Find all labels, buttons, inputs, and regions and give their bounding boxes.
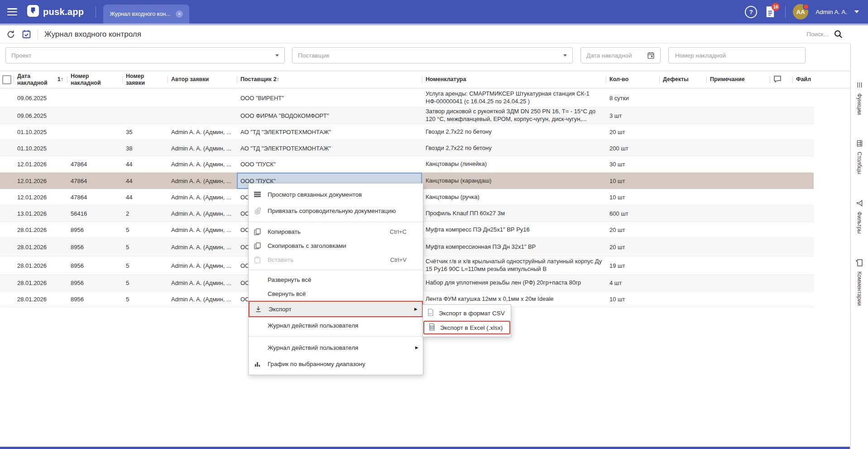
file-cell[interactable]	[792, 124, 814, 140]
comment-cell[interactable]	[770, 140, 792, 156]
note-cell[interactable]	[706, 206, 770, 222]
defects-cell[interactable]	[659, 238, 706, 256]
column-header-11[interactable]: Файл	[792, 71, 814, 88]
row-checkbox-cell[interactable]	[0, 238, 14, 256]
invoice-date-cell[interactable]: 28.01.2026	[14, 291, 67, 307]
quantity-cell[interactable]: 20 шт	[606, 124, 659, 140]
comment-cell[interactable]	[770, 173, 792, 189]
invoice-number-cell[interactable]: 47864	[67, 173, 122, 189]
supplier-cell[interactable]: ООО "ПУСК"	[237, 156, 422, 172]
row-checkbox-cell[interactable]	[0, 107, 14, 124]
invoice-number-cell[interactable]: 8956	[67, 222, 122, 238]
side-rail-item-functions[interactable]: Функции	[856, 82, 863, 115]
quantity-cell[interactable]: 3 шт	[606, 107, 659, 124]
table-row[interactable]: 01.10.202535Admin A. A. (Админ, ...АО "Т…	[0, 124, 814, 140]
file-cell[interactable]	[792, 173, 814, 189]
request-number-cell[interactable]: 35	[122, 124, 168, 140]
comment-cell[interactable]	[770, 291, 792, 307]
request-number-cell[interactable]: 5	[122, 222, 168, 238]
note-cell[interactable]	[706, 189, 770, 205]
column-header-checkbox[interactable]	[0, 71, 14, 88]
defects-cell[interactable]	[659, 156, 706, 172]
request-author-cell[interactable]	[168, 89, 237, 107]
context-menu-item-view-related-documents[interactable]: Просмотр связанных документов	[249, 186, 423, 203]
invoice-number-cell[interactable]: 8956	[67, 291, 122, 307]
nomenclature-cell[interactable]: Гвозди 2,7х22 по бетону	[422, 124, 606, 140]
row-checkbox-cell[interactable]	[0, 156, 14, 172]
refresh-icon[interactable]	[6, 30, 15, 39]
invoice-date-cell[interactable]: 28.01.2026	[14, 238, 67, 256]
invoice-number-cell[interactable]: 47864	[67, 189, 122, 205]
row-checkbox-cell[interactable]	[0, 222, 14, 238]
app-logo[interactable]: pusk.app	[27, 5, 84, 19]
request-author-cell[interactable]: Admin A. A. (Админ, ...	[168, 291, 237, 307]
side-rail-item-comments[interactable]: Комментарии	[855, 259, 863, 306]
quantity-cell[interactable]: 600 шт	[606, 206, 659, 222]
invoice-date-cell[interactable]: 28.01.2026	[14, 256, 67, 275]
calendar-check-icon[interactable]	[22, 29, 31, 39]
invoice-date-cell[interactable]: 13.01.2026	[14, 206, 67, 222]
invoice-number-cell[interactable]: 56416	[67, 206, 122, 222]
context-menu-item-user-actions-log[interactable]: Журнал действий пользователя	[249, 317, 423, 333]
invoice-number-cell[interactable]: 47864	[67, 156, 122, 172]
quantity-cell[interactable]: 10 шт	[606, 189, 659, 205]
submenu-item-export-xlsx[interactable]: Экспорт в Excel (.xlsx)	[423, 321, 510, 334]
request-author-cell[interactable]: Admin A. A. (Админ, ...	[168, 238, 237, 256]
defects-cell[interactable]	[659, 189, 706, 205]
invoice-number-cell[interactable]	[67, 140, 122, 156]
request-number-cell[interactable]: 5	[122, 256, 168, 275]
defects-cell[interactable]	[659, 275, 706, 291]
search-label[interactable]: Поиск...	[806, 31, 829, 38]
defects-cell[interactable]	[659, 291, 706, 307]
invoice-number-cell[interactable]	[67, 89, 122, 107]
comment-cell[interactable]	[770, 222, 792, 238]
context-menu-item-paste[interactable]: ВставитьCtrl+V	[249, 253, 423, 267]
note-cell[interactable]	[706, 89, 770, 107]
invoice-number-cell[interactable]	[67, 107, 122, 124]
file-cell[interactable]	[792, 206, 814, 222]
note-cell[interactable]	[706, 173, 770, 189]
request-number-cell[interactable]: 5	[122, 238, 168, 256]
nomenclature-cell[interactable]: Канцтовары (карандаш)	[422, 173, 606, 189]
file-cell[interactable]	[792, 222, 814, 238]
defects-cell[interactable]	[659, 222, 706, 238]
nomenclature-cell[interactable]: Канцтовары (линейка)	[422, 156, 606, 172]
invoice-number-cell[interactable]: 8956	[67, 275, 122, 291]
supplier-cell[interactable]: АО "ТД "ЭЛЕКТРОТЕХМОНТАЖ"	[237, 140, 422, 156]
row-checkbox-cell[interactable]	[0, 189, 14, 205]
comment-cell[interactable]	[770, 256, 792, 275]
note-cell[interactable]	[706, 256, 770, 275]
column-header-1[interactable]: Дата накладной1↑	[14, 71, 67, 88]
comment-cell[interactable]	[770, 156, 792, 172]
quantity-cell[interactable]: 19 шт	[606, 256, 659, 275]
defects-cell[interactable]	[659, 124, 706, 140]
quantity-cell[interactable]: 10 шт	[606, 291, 659, 307]
request-number-cell[interactable]: 44	[122, 189, 168, 205]
request-number-cell[interactable]	[122, 89, 168, 107]
column-header-8[interactable]: Дефекты	[659, 71, 706, 88]
nomenclature-cell[interactable]: Счётчик г/в и х/в крыльчатый одноструйны…	[422, 256, 606, 275]
comment-cell[interactable]	[770, 206, 792, 222]
invoice-date-cell[interactable]: 01.10.2025	[14, 140, 67, 156]
nomenclature-cell[interactable]: Услуга аренды: СМАРТМИКСЕР Штукатурная с…	[422, 89, 606, 107]
invoice-number-cell[interactable]: 8956	[67, 238, 122, 256]
note-cell[interactable]	[706, 238, 770, 256]
context-menu-item-copy[interactable]: КопироватьCtrl+C	[249, 225, 423, 239]
row-checkbox-cell[interactable]	[0, 124, 14, 140]
request-number-cell[interactable]: 44	[122, 173, 168, 189]
note-cell[interactable]	[706, 291, 770, 307]
invoice-date-filter[interactable]: Дата накладной	[580, 47, 661, 63]
note-cell[interactable]	[706, 156, 770, 172]
invoice-date-cell[interactable]: 01.10.2025	[14, 124, 67, 140]
note-cell[interactable]	[706, 124, 770, 140]
user-menu-caret-icon[interactable]	[854, 10, 859, 13]
column-header-9[interactable]: Примечание	[706, 71, 770, 88]
comment-cell[interactable]	[770, 238, 792, 256]
file-cell[interactable]	[792, 291, 814, 307]
column-header-3[interactable]: Номер заявки	[122, 71, 168, 88]
quantity-cell[interactable]: 8 сутки	[606, 89, 659, 107]
supplier-cell[interactable]: ООО "ВИРЕНТ"	[237, 89, 422, 107]
quantity-cell[interactable]: 4 шт	[606, 275, 659, 291]
file-cell[interactable]	[792, 89, 814, 107]
request-author-cell[interactable]: Admin A. A. (Админ, ...	[168, 156, 237, 172]
